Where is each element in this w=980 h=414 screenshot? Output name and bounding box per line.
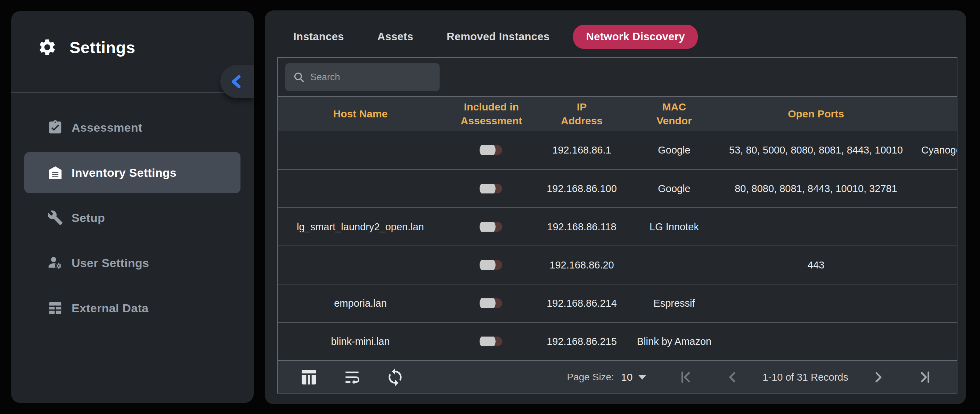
cell-ip-address: 192.168.86.100 xyxy=(540,183,624,195)
toggle-knob xyxy=(480,298,496,308)
sidebar-collapse-button[interactable] xyxy=(220,65,254,98)
wrap-text-icon xyxy=(342,368,362,387)
sidebar-item-label: External Data xyxy=(72,301,148,315)
column-chooser-icon xyxy=(299,368,319,387)
toggle-knob xyxy=(480,222,496,232)
next-page-button[interactable] xyxy=(871,370,886,384)
tab-removed-instances[interactable]: Removed Instances xyxy=(447,30,549,43)
cell-included-toggle xyxy=(443,260,540,270)
toggle-knob xyxy=(480,260,496,270)
sidebar-nav: Assessment Inventory Settings Setup User… xyxy=(11,107,254,328)
last-page-icon xyxy=(918,370,932,384)
cell-included-toggle xyxy=(443,336,540,346)
sidebar-item-user-settings[interactable]: User Settings xyxy=(24,243,240,283)
cell-host-name: emporia.lan xyxy=(278,298,443,309)
cell-host-name: lg_smart_laundry2_open.lan xyxy=(278,221,443,233)
previous-page-button[interactable] xyxy=(725,370,740,384)
column-header-mac-vendor[interactable]: MAC Vendor xyxy=(624,100,725,128)
cell-ip-address: 192.168.86.1 xyxy=(540,144,624,156)
search-input[interactable] xyxy=(310,72,428,82)
included-toggle-off[interactable] xyxy=(480,222,502,232)
table-header-row: Host Name Included in Assessment IP Addr… xyxy=(278,96,957,131)
search-icon xyxy=(293,71,305,83)
table-row: 192.168.86.20 443 xyxy=(278,246,957,284)
refresh-icon xyxy=(385,368,405,387)
cell-mac-vendor: LG Innotek xyxy=(624,221,725,233)
cell-included-toggle xyxy=(443,184,540,194)
toggle-knob xyxy=(480,145,496,155)
included-toggle-off[interactable] xyxy=(480,298,502,308)
table-grid-icon xyxy=(47,300,63,316)
table-row: lg_smart_laundry2_open.lan 192.168.86.11… xyxy=(278,207,957,246)
sidebar-item-external-data[interactable]: External Data xyxy=(24,287,240,328)
included-toggle-off[interactable] xyxy=(480,260,502,270)
cell-open-ports: 80, 8080, 8081, 8443, 10010, 32781 xyxy=(725,183,907,195)
cell-mac-vendor: Espressif xyxy=(624,298,725,309)
sidebar-item-assessment[interactable]: Assessment xyxy=(24,107,240,148)
main-panel: Instances Assets Removed Instances Netwo… xyxy=(265,10,966,404)
cell-mac-vendor: Google xyxy=(624,144,725,156)
tab-bar: Instances Assets Removed Instances Netwo… xyxy=(265,10,966,49)
cell-mac-vendor: Google xyxy=(624,183,725,195)
search-box xyxy=(285,63,440,91)
column-header-ip-address[interactable]: IP Address xyxy=(540,100,624,128)
table-row: emporia.lan 192.168.86.214 Espressif xyxy=(278,284,957,322)
sidebar-item-setup[interactable]: Setup xyxy=(24,197,240,238)
first-page-button[interactable] xyxy=(678,370,693,384)
cell-host-name: blink-mini.lan xyxy=(278,336,443,347)
cell-ip-address: 192.168.86.20 xyxy=(540,259,624,271)
warehouse-icon xyxy=(47,165,63,181)
cell-open-ports: 53, 80, 5000, 8080, 8081, 8443, 10010 xyxy=(725,144,907,156)
records-count: 1-10 of 31 Records xyxy=(762,372,848,383)
wrap-text-button[interactable] xyxy=(342,368,362,387)
cell-included-toggle xyxy=(443,298,540,308)
tab-network-discovery[interactable]: Network Discovery xyxy=(573,25,697,49)
cell-included-toggle xyxy=(443,222,540,232)
user-gear-icon xyxy=(47,255,63,271)
chevron-right-icon xyxy=(871,370,886,384)
settings-sidebar: Settings Assessment Inventory Settings xyxy=(11,11,254,403)
column-header-included-in-assessment[interactable]: Included in Assessment xyxy=(443,100,540,128)
column-chooser-button[interactable] xyxy=(299,368,319,387)
column-header-open-ports[interactable]: Open Ports xyxy=(725,107,907,121)
clipboard-check-icon xyxy=(47,119,63,135)
sidebar-item-label: Assessment xyxy=(72,121,142,135)
last-page-button[interactable] xyxy=(918,370,932,384)
grid-pager: Page Size: 10 1-10 of 31 Records xyxy=(278,360,957,393)
page-size-value: 10 xyxy=(621,371,633,383)
chevron-left-icon xyxy=(725,370,740,384)
sidebar-item-label: Setup xyxy=(72,211,105,225)
cell-mac-vendor: Blink by Amazon xyxy=(624,336,725,347)
cell-ip-address: 192.168.86.118 xyxy=(540,221,624,233)
page-size-label: Page Size: xyxy=(567,372,614,383)
included-toggle-off[interactable] xyxy=(480,145,502,155)
wrench-icon xyxy=(47,210,63,226)
chevron-left-icon xyxy=(229,74,245,90)
page-title: Settings xyxy=(70,38,135,57)
included-toggle-off[interactable] xyxy=(480,184,502,194)
cell-ip-address: 192.168.86.215 xyxy=(540,336,624,347)
tab-instances[interactable]: Instances xyxy=(293,30,344,43)
column-header-host-name[interactable]: Host Name xyxy=(278,107,443,121)
cell-ip-address: 192.168.86.214 xyxy=(540,298,624,309)
tab-assets[interactable]: Assets xyxy=(377,30,413,43)
table-row: 192.168.86.1 Google 53, 80, 5000, 8080, … xyxy=(278,131,957,169)
cell-included-toggle xyxy=(443,145,540,155)
table-row: 192.168.86.100 Google 80, 8080, 8081, 84… xyxy=(278,169,957,207)
sidebar-item-label: User Settings xyxy=(72,256,149,270)
caret-down-icon xyxy=(638,375,646,380)
network-discovery-grid: Host Name Included in Assessment IP Addr… xyxy=(277,57,958,393)
screen: Settings Assessment Inventory Settings xyxy=(0,0,980,414)
cell-open-ports: 443 xyxy=(725,259,907,271)
gear-icon xyxy=(38,38,57,57)
refresh-button[interactable] xyxy=(385,368,405,387)
sidebar-header: Settings xyxy=(11,11,254,57)
first-page-icon xyxy=(678,370,693,384)
toggle-knob xyxy=(480,336,496,346)
page-size-dropdown[interactable]: 10 xyxy=(621,371,646,383)
cell-extra: Cyanoge xyxy=(907,144,957,156)
sidebar-item-inventory-settings[interactable]: Inventory Settings xyxy=(24,152,240,193)
toggle-knob xyxy=(480,184,496,194)
included-toggle-off[interactable] xyxy=(480,336,502,346)
table-row: blink-mini.lan 192.168.86.215 Blink by A… xyxy=(278,322,957,360)
